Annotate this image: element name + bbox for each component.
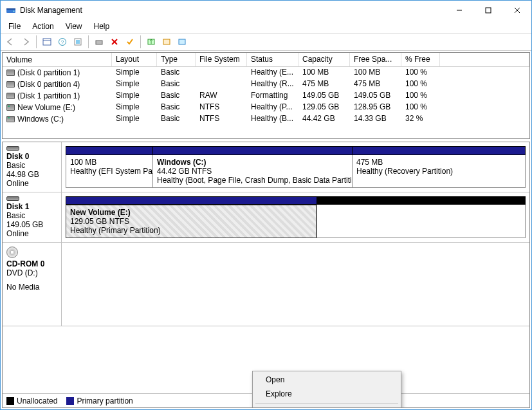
stripe-disk1-unalloc bbox=[316, 196, 526, 205]
disk-graphical-view: Disk 0 Basic 44.98 GB Online 100 MB Heal… bbox=[2, 142, 530, 408]
volume-row[interactable]: (Disk 0 partition 1)SimpleBasicHealthy (… bbox=[3, 67, 529, 79]
svg-rect-7 bbox=[43, 39, 51, 45]
disk1-state: Online bbox=[6, 229, 57, 238]
toolbar-icon-7[interactable] bbox=[144, 35, 158, 49]
disk0-part3[interactable]: 475 MB Healthy (Recovery Partition) bbox=[352, 155, 526, 188]
svg-rect-12 bbox=[76, 40, 80, 44]
cdrom-header: CD-ROM 0 DVD (D:) No Media bbox=[3, 243, 62, 326]
svg-rect-13 bbox=[96, 41, 102, 44]
col-fs[interactable]: File System bbox=[196, 53, 247, 66]
volume-icon bbox=[6, 104, 15, 111]
legend-swatch-unallocated bbox=[6, 397, 14, 405]
menu-file[interactable]: File bbox=[3, 21, 26, 32]
col-type[interactable]: Type bbox=[157, 53, 196, 66]
volume-list[interactable]: Volume Layout Type File System Status Ca… bbox=[2, 52, 530, 139]
svg-rect-4 bbox=[486, 8, 491, 13]
toolbar-icon-8[interactable] bbox=[160, 35, 174, 49]
toolbar-icon-4[interactable] bbox=[92, 35, 106, 49]
cdrom-title: CD-ROM 0 bbox=[6, 259, 57, 268]
minimize-button[interactable] bbox=[445, 1, 473, 20]
cdrom-state: No Media bbox=[6, 283, 57, 292]
menubar: File Action View Help bbox=[1, 20, 531, 33]
legend-swatch-primary bbox=[66, 397, 74, 405]
forward-button[interactable] bbox=[19, 35, 33, 49]
col-free[interactable]: Free Spa... bbox=[350, 53, 401, 66]
svg-text:?: ? bbox=[61, 39, 64, 45]
toolbar-icon-9[interactable] bbox=[175, 35, 189, 49]
disk0-part2[interactable]: Windows (C:) 44.42 GB NTFS Healthy (Boot… bbox=[152, 155, 352, 188]
content-area: Volume Layout Type File System Status Ca… bbox=[1, 51, 531, 409]
toolbar-icon-1[interactable] bbox=[40, 35, 54, 49]
col-layout[interactable]: Layout bbox=[112, 53, 157, 66]
context-menu-item: Mark Partition as Active bbox=[254, 405, 399, 408]
svg-rect-1 bbox=[6, 8, 15, 10]
menu-help[interactable]: Help bbox=[89, 21, 115, 32]
volume-row[interactable]: (Disk 1 partition 1)SimpleBasicRAWFormat… bbox=[3, 90, 529, 102]
menu-view[interactable]: View bbox=[60, 21, 87, 32]
disk0-header: Disk 0 Basic 44.98 GB Online bbox=[3, 142, 62, 192]
disk1-title: Disk 1 bbox=[6, 202, 57, 211]
stripe-disk0-p3 bbox=[352, 146, 526, 155]
volume-icon bbox=[6, 93, 15, 99]
disk-row-disk1[interactable]: Disk 1 Basic 149.05 GB Online New Volume… bbox=[3, 192, 529, 243]
check-icon[interactable] bbox=[123, 35, 137, 49]
svg-rect-17 bbox=[163, 39, 170, 44]
disk1-type: Basic bbox=[6, 211, 57, 220]
volume-icon bbox=[6, 116, 15, 122]
titlebar: Disk Management bbox=[1, 1, 531, 20]
col-capacity[interactable]: Capacity bbox=[298, 53, 350, 66]
stripe-disk1-p1 bbox=[66, 196, 316, 205]
disk0-part1[interactable]: 100 MB Healthy (EFI System Parti bbox=[66, 155, 152, 188]
help-icon[interactable]: ? bbox=[55, 35, 69, 49]
disk-row-disk0[interactable]: Disk 0 Basic 44.98 GB Online 100 MB Heal… bbox=[3, 142, 529, 192]
svg-rect-18 bbox=[179, 39, 185, 44]
volume-row[interactable]: (Disk 0 partition 4)SimpleBasicHealthy (… bbox=[3, 79, 529, 90]
maximize-button[interactable] bbox=[473, 1, 502, 20]
disk1-size: 149.05 GB bbox=[6, 220, 57, 229]
disk0-title: Disk 0 bbox=[6, 152, 57, 161]
disk-row-cdrom[interactable]: CD-ROM 0 DVD (D:) No Media bbox=[3, 243, 529, 326]
volume-list-header: Volume Layout Type File System Status Ca… bbox=[3, 53, 529, 67]
context-menu: OpenExploreMark Partition as ActiveChang… bbox=[252, 371, 401, 408]
cdrom-sub: DVD (D:) bbox=[6, 268, 57, 277]
context-menu-item[interactable]: Explore bbox=[254, 387, 399, 401]
disk1-part1-selected[interactable]: New Volume (E:) 129.05 GB NTFS Healthy (… bbox=[66, 205, 316, 238]
disk0-size: 44.98 GB bbox=[6, 170, 57, 179]
toolbar: ? bbox=[1, 33, 531, 51]
col-pctfree[interactable]: % Free bbox=[401, 53, 440, 66]
disk0-type: Basic bbox=[6, 161, 57, 170]
disk1-header: Disk 1 Basic 149.05 GB Online bbox=[3, 192, 62, 242]
cdrom-icon bbox=[6, 247, 18, 258]
col-volume[interactable]: Volume bbox=[3, 53, 112, 66]
volume-icon bbox=[6, 81, 15, 88]
stripe-disk0-p1 bbox=[66, 146, 152, 155]
window-title: Disk Management bbox=[20, 6, 82, 15]
context-menu-item[interactable]: Open bbox=[254, 373, 399, 387]
app-icon bbox=[6, 5, 16, 15]
toolbar-icon-3[interactable] bbox=[71, 35, 85, 49]
disk-icon bbox=[6, 196, 19, 201]
close-button[interactable] bbox=[502, 1, 531, 20]
col-status[interactable]: Status bbox=[247, 53, 298, 66]
volume-row[interactable]: Windows (C:)SimpleBasicNTFSHealthy (B...… bbox=[3, 113, 529, 125]
svg-point-2 bbox=[14, 11, 15, 12]
disk0-state: Online bbox=[6, 179, 57, 188]
volume-icon bbox=[6, 70, 15, 76]
stripe-disk0-p2 bbox=[152, 146, 352, 155]
volume-row[interactable]: New Volume (E:)SimpleBasicNTFSHealthy (P… bbox=[3, 102, 529, 113]
delete-icon[interactable] bbox=[107, 35, 122, 49]
menu-action[interactable]: Action bbox=[27, 21, 59, 32]
disk1-unallocated[interactable] bbox=[316, 205, 526, 238]
back-button[interactable] bbox=[3, 35, 17, 49]
disk-icon bbox=[6, 146, 19, 151]
